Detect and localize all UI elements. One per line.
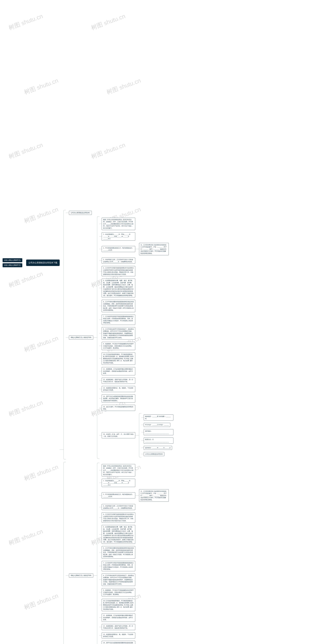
s2-clause-12: 12．租赁期满后，该房产进行公开招租，另一方不得以任何方式、借故进行阻碍或干扰。 bbox=[102, 624, 135, 630]
s1-clause-5: 5．在房屋租赁期间水费、电费、电话、数字电视、卫生费、公共维护费、天然气费、煤气… bbox=[102, 278, 135, 298]
s1-clause-15: 15．如乙方违约，甲方有权提前解除合同并取消押金。 bbox=[102, 405, 135, 411]
section2-lessee: 承租人(简称乙方): 身份证号码: bbox=[69, 574, 93, 578]
s1-clause-9: 9．租赁期间，甲乙双方不得借故解除本合同若甲方违反约定规定，应双倍退还乙方已交的… bbox=[102, 342, 135, 350]
s1-clause-7: 7．乙方未经甲的同意不得把房屋转移转借租转让给他人使用；不得擅自改变房屋用途，否… bbox=[102, 314, 135, 325]
s1-16-template2: 公司办公房屋租赁合同范本2 bbox=[144, 452, 164, 456]
s1-clause-2: 2．甲方把该房屋出租给乙方，每月收取租金为______人民币 bbox=[102, 246, 135, 252]
s1-16-contact: 联系方式：① ______________________________ bbox=[144, 438, 173, 444]
left-branch-column: 出租人承租人(简称甲方): 出租人承租人(简称甲方): bbox=[3, 258, 22, 268]
s2-clause-4: 4．乙方向甲方承诺①租赁该房屋仅作为住宿和办公使用②不得作为仓库等使用③保证做好… bbox=[102, 512, 135, 523]
s1-clause-10: 10. 乙方按合同租赁到期后，甲方检查房屋的设备, 构件等没有损坏, 水、电和物… bbox=[102, 352, 135, 365]
s1-clause-1: 1．本合同租期为______年，即自______年______月______日至… bbox=[102, 232, 135, 240]
s1-16-meter: 电表底度：______度 水表读数：______吨 bbox=[144, 414, 173, 420]
s1-clause-16: 16．本合同一式 份，由甲、乙、及主管部门各执一份，自签订之日生效。 bbox=[102, 432, 135, 438]
root-node: 公司办公房屋租赁合同范本下载 bbox=[26, 260, 60, 266]
s2-clause-10: 10. 乙方按合同租赁到期后，甲方检查房屋的设备, 构件等没有损坏, 水、电和物… bbox=[102, 599, 135, 611]
mindmap-root-container: 出租人承租人(简称甲方): 出租人承租人(简称甲方): 公司办公房屋租赁合同范本… bbox=[3, 5, 327, 644]
connector bbox=[60, 450, 64, 450]
section-2: 承租人(简称乙方): 身份证号码: 根据《中华人民共和国合同法》及其它有关法律、… bbox=[64, 462, 173, 644]
s2-clause-5: 5．在房屋租赁期间水费、电费、电话、数字电视、卫生费、公共维护费、天然气费、煤气… bbox=[102, 525, 135, 544]
connector bbox=[135, 495, 139, 496]
s1-16-address: 签约地址：______________________________ bbox=[144, 429, 173, 435]
bracket bbox=[64, 210, 66, 460]
s2-clause-9: 9．租赁期间，甲乙双方不得借故解除本合同若甲方违反约定规定，应双倍退还乙方已交的… bbox=[102, 588, 135, 596]
s1-clause-14: 14．因不可抗力或国家政策需要拆除或改造该租赁房屋，本合同自行解除，因此致使甲乙… bbox=[102, 394, 135, 403]
bracket bbox=[97, 216, 99, 459]
s1-clause-16-subs: 电表底度：______度 水表读数：______吨 甲方代表：______乙方代… bbox=[141, 413, 173, 457]
section1-clauses: 根据《中华人民共和国合同法》及其它有关法律、法规规定，经甲、乙双方充分协商，甲方… bbox=[99, 216, 173, 459]
s2-clause-11: 11．租赁期满，乙方必须按时搬出房屋内属自己的全部物件，否则视为自愿放弃所有权，… bbox=[102, 614, 135, 622]
s1-clause-13: 13．租赁期间房屋内水、电、锁损坏、下水道堵塞等由乙方负责。 bbox=[102, 386, 135, 392]
s2-clause-2-sub: 元，乙方应在每月的 日起将所支付的租金汇入甲方指定账号，户名：______，开户… bbox=[139, 489, 169, 502]
section1-header: 公司办公房屋租赁合同范本1 bbox=[69, 211, 92, 215]
s2-clause-2: 2．甲方把该房屋出租给乙方，每月收取租金为______人民币 bbox=[102, 492, 135, 498]
s1-intro: 根据《中华人民共和国合同法》及其它有关法律、法规规定，经甲、乙双方充分协商，甲方… bbox=[102, 218, 135, 230]
section1-lessee: 承租人(简称乙方): 身份证号码: bbox=[69, 336, 93, 340]
s1-16-reps: 甲方代表：______乙方代表：______ bbox=[144, 423, 170, 427]
s1-clause-3: 3．本合同签订之时，乙方应向甲方按1个月租金交纳押金人民币______元，水电费… bbox=[102, 258, 135, 264]
section2-clauses: 根据《中华人民共和国合同法》及其它有关法律、法规规定，经甲、乙双方充分协商，甲方… bbox=[99, 463, 173, 644]
s1-clause-4: 4．乙方向甲方承诺①租赁该房屋仅作为住宿和办公使用②不得作为仓库等使用③保证做好… bbox=[102, 266, 135, 276]
bracket bbox=[139, 413, 141, 457]
s2-clause-6: 6．乙方不得在房屋内存放我国政府明文规定的违法违规物品，群租，炒房等房租借保往做… bbox=[102, 546, 135, 558]
s1-clause-8: 8．乙方不得在未经甲方同意的情况下，拆改变动房屋结构，在甲方许可下可以对房屋进行… bbox=[102, 327, 135, 340]
s2-clause-8: 8．乙方不得在未经甲方同意的情况下，拆改变动房屋结构，在甲方许可下可以对房屋进行… bbox=[102, 574, 135, 586]
s1-clause-12: 12．租赁期满后，该房产进行公开招租，另一方不得以任何方式、借故进行阻碍或干扰。 bbox=[102, 378, 135, 384]
bracket bbox=[97, 463, 99, 644]
left-stub-lessor-1: 出租人承租人(简称甲方): bbox=[3, 258, 22, 262]
right-branch-column: 公司办公房屋租赁合同范本1 承租人(简称乙方): 身份证号码: 根据《中华人民共… bbox=[64, 209, 173, 644]
s2-intro: 根据《中华人民共和国合同法》及其它有关法律、法规规定，经甲、乙双方充分协商，甲方… bbox=[102, 464, 135, 476]
section-1: 公司办公房屋租赁合同范本1 承租人(简称乙方): 身份证号码: 根据《中华人民共… bbox=[64, 210, 173, 460]
s1-clause-6: 6．乙方不得在房屋内存放我国政府明文规定的违法违规物品，群租，炒房等房租借保往做… bbox=[102, 300, 135, 312]
s1-clause-2-sub: 元，乙方应在每月的 日起将所支付的租金汇入甲方指定账号，户名：______，开户… bbox=[139, 243, 169, 256]
s2-clause-14: 14．因不可抗力或国家政策需要拆除或改造该租赁房屋，本合同自行解除，因此致使甲乙… bbox=[102, 641, 135, 644]
s2-clause-3: 3．本合同签订之时，乙方应向甲方按1个月租金交纳押金人民币______元，水电费… bbox=[102, 504, 135, 510]
s2-clause-1: 1．本合同租期为______年，即自______年______月______日至… bbox=[102, 479, 135, 487]
s1-16-date: 签约时间：______年______月______日 bbox=[144, 446, 172, 450]
bracket bbox=[64, 462, 66, 644]
s2-clause-7: 7．乙方未经甲方同意不得把房屋转移转借租转让给他人使用；不得擅自改变房屋用途，否… bbox=[102, 561, 135, 571]
s2-clause-13: 13．租赁期间房屋内水、电、锁损坏、下水道堵塞等由乙方负责。 bbox=[102, 632, 135, 638]
s1-clause-11: 11．租赁期满，乙方必须按时搬出房屋内属自己的全部物件，否则视为自愿放弃所有权，… bbox=[102, 367, 135, 375]
left-stub-lessor-2: 出租人承租人(简称甲方): bbox=[3, 263, 22, 267]
